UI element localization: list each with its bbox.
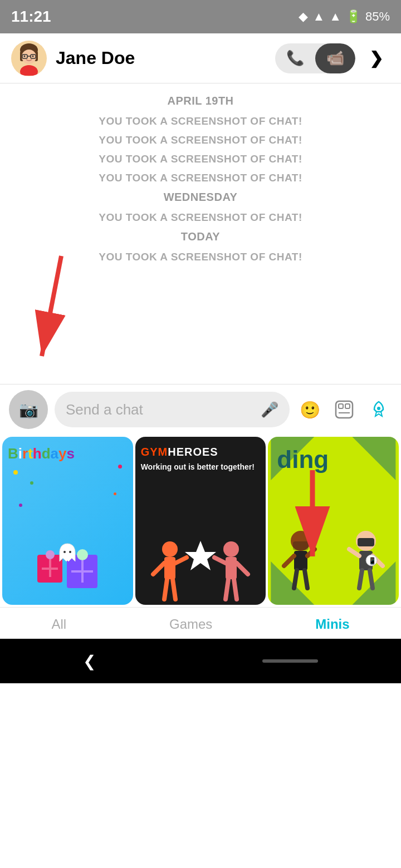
- chat-input-placeholder: Send a chat: [66, 401, 255, 418]
- video-call-button[interactable]: 📹: [315, 43, 355, 73]
- camera-button[interactable]: 📷: [9, 390, 48, 429]
- status-time: 11:21: [11, 8, 51, 26]
- birthdays-title: Birthdays: [8, 446, 75, 462]
- chat-header: Jane Doe 📞 📹 ❯: [0, 33, 401, 83]
- back-button[interactable]: ❮: [83, 652, 96, 670]
- chat-input-container[interactable]: Send a chat 🎤: [55, 392, 290, 427]
- ghost-icon: [56, 541, 79, 566]
- svg-point-8: [24, 55, 26, 57]
- svg-line-32: [234, 579, 237, 599]
- svg-rect-14: [339, 404, 343, 408]
- ding-red-arrow: [285, 470, 340, 573]
- sticker-icon: [334, 400, 354, 420]
- home-indicator: [262, 659, 318, 663]
- svg-text:📱: 📱: [368, 556, 376, 565]
- screenshot-notice-4: YOU TOOK A SCREENSHOT OF CHAT!: [99, 172, 302, 184]
- signal-icon: ▲: [312, 9, 325, 24]
- date-label-wednesday: WEDNESDAY: [164, 191, 238, 204]
- ding-title: ding: [277, 446, 329, 474]
- svg-rect-15: [345, 404, 350, 408]
- screenshot-notice-5: YOU TOOK A SCREENSHOT OF CHAT!: [99, 211, 302, 224]
- screenshot-notice-1: YOU TOOK A SCREENSHOT OF CHAT!: [99, 115, 302, 127]
- rocket-icon: [369, 400, 389, 420]
- svg-point-27: [223, 541, 239, 557]
- gym-subtitle: Working out is better together!: [141, 462, 261, 472]
- svg-line-49: [359, 570, 362, 588]
- phone-icon: 📞: [286, 50, 304, 67]
- chevron-right-icon: ❯: [369, 48, 383, 68]
- avatar[interactable]: [11, 41, 47, 76]
- minis-section: Birthdays: [0, 435, 401, 639]
- ding-mini-card[interactable]: ding: [268, 437, 399, 605]
- more-options-button[interactable]: ❯: [362, 45, 390, 72]
- gymheroes-mini-card[interactable]: GYMHEROES Working out is better together…: [135, 437, 266, 605]
- status-icons: ◆ ▲ ▲ 🔋 85%: [299, 9, 390, 24]
- svg-rect-45: [358, 538, 374, 546]
- battery-icon: 🔋: [346, 9, 361, 24]
- tab-all[interactable]: All: [40, 614, 77, 634]
- svg-line-12: [42, 256, 61, 356]
- contact-name: Jane Doe: [56, 48, 266, 68]
- svg-line-25: [173, 579, 175, 599]
- date-label-today: TODAY: [181, 230, 220, 243]
- input-row: 📷 Send a chat 🎤 🙂: [9, 390, 392, 429]
- battery-percent: 85%: [365, 9, 390, 24]
- phone-call-button[interactable]: 📞: [275, 43, 315, 73]
- wifi-icon: ◆: [299, 9, 308, 24]
- gym-title: GYMHEROES: [141, 446, 261, 458]
- svg-point-18: [63, 551, 66, 553]
- category-tabs: All Games Minis: [0, 607, 401, 639]
- svg-marker-34: [353, 437, 396, 480]
- minis-grid: Birthdays: [0, 435, 401, 607]
- svg-line-29: [214, 558, 226, 563]
- tab-games[interactable]: Games: [158, 614, 223, 634]
- input-side-icons: 🙂: [296, 396, 392, 423]
- camera-icon: 📷: [19, 401, 38, 419]
- red-arrow-1: [11, 250, 100, 373]
- svg-line-50: [370, 570, 373, 588]
- svg-line-47: [349, 549, 359, 556]
- status-bar: 11:21 ◆ ▲ ▲ 🔋 85%: [0, 0, 401, 33]
- screenshot-notice-2: YOU TOOK A SCREENSHOT OF CHAT!: [99, 134, 302, 146]
- microphone-button[interactable]: 🎤: [261, 401, 278, 418]
- svg-line-41: [294, 570, 297, 588]
- input-section: 📷 Send a chat 🎤 🙂: [0, 384, 401, 435]
- tab-minis[interactable]: Minis: [304, 614, 360, 634]
- video-icon: 📹: [326, 50, 344, 67]
- gym-header: GYMHEROES Working out is better together…: [135, 437, 266, 472]
- svg-point-20: [162, 541, 178, 557]
- cellular-icon: ▲: [329, 9, 341, 24]
- svg-line-22: [153, 563, 164, 574]
- bottom-navigation: ❮: [0, 639, 401, 683]
- screenshot-notice-3: YOU TOOK A SCREENSHOT OF CHAT!: [99, 153, 302, 165]
- emoji-icon: 🙂: [300, 400, 320, 420]
- svg-line-24: [164, 579, 167, 599]
- screenshot-notice-6: YOU TOOK A SCREENSHOT OF CHAT!: [99, 251, 302, 263]
- sticker-button[interactable]: [331, 396, 358, 423]
- svg-point-19: [69, 551, 71, 553]
- svg-rect-13: [336, 401, 353, 418]
- rocket-button[interactable]: [365, 396, 392, 423]
- svg-point-17: [377, 407, 380, 410]
- birthdays-mini-card[interactable]: Birthdays: [2, 437, 133, 605]
- header-actions: 📞 📹 ❯: [275, 43, 390, 73]
- svg-point-9: [32, 55, 34, 57]
- svg-rect-28: [226, 557, 237, 579]
- svg-line-30: [237, 563, 248, 574]
- date-label-april: APRIL 19TH: [167, 95, 233, 107]
- svg-line-42: [305, 570, 307, 588]
- svg-rect-21: [164, 557, 175, 579]
- gym-figures: [135, 516, 266, 605]
- emoji-button[interactable]: 🙂: [296, 396, 323, 423]
- call-video-buttons: 📞 📹: [275, 43, 355, 73]
- svg-line-31: [226, 579, 228, 599]
